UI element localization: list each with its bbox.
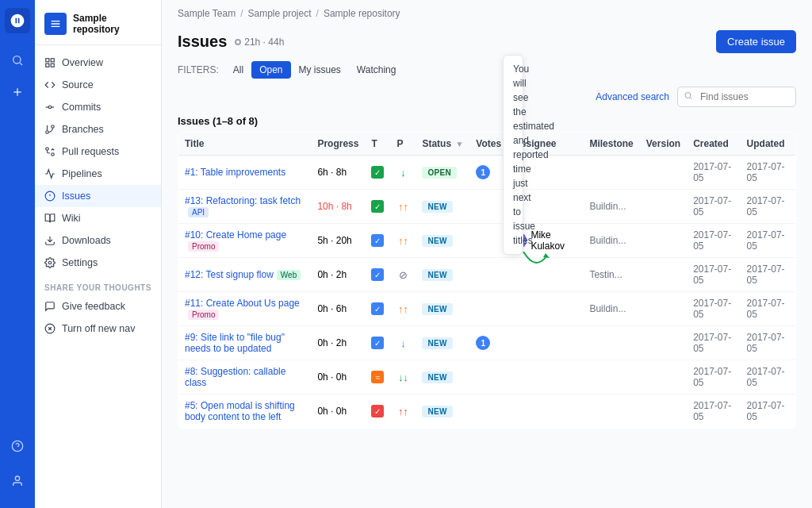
table-row: #5: Open modal is shifting body content … (178, 394, 796, 429)
sidebar-item-branches[interactable]: Branches (35, 118, 161, 140)
sidebar-item-wiki[interactable]: Wiki (35, 207, 161, 229)
turn-off-nav-label: Turn off new nav (62, 323, 135, 334)
assignee-name: Mike Kulakov (530, 229, 576, 252)
issue-link[interactable]: #10: Create Home page (185, 229, 286, 241)
issue-link[interactable]: #5: Open modal is shifting body content … (185, 400, 295, 422)
issue-title-cell: #13: Refactoring: task fetchAPI (178, 190, 312, 224)
issue-updated: 2017-07-05 (741, 326, 796, 360)
t-icon: ✓ (371, 405, 384, 418)
time-badge: 21h · 44h (235, 37, 284, 48)
issue-created: 2017-07-05 (687, 394, 740, 429)
search-nav-icon[interactable] (3, 46, 32, 75)
issue-progress: 6h · 8h (311, 156, 365, 190)
issue-link[interactable]: #12: Test signup flow (185, 269, 274, 280)
source-icon (44, 79, 56, 90)
issue-version (640, 292, 687, 326)
issue-t: ✓ (365, 394, 390, 429)
p-icon: ↓↓ (396, 371, 409, 383)
t-icon: ✓ (371, 268, 384, 281)
content-header: Issues 21h · 44h Create issue (162, 27, 812, 53)
status-badge: NEW (422, 303, 452, 315)
breadcrumb-repo[interactable]: Sample repository (324, 8, 400, 19)
p-icon: ↑↑ (396, 405, 409, 418)
issue-created: 2017-07-05 (687, 190, 740, 224)
issue-link[interactable]: #1: Table improvements (185, 167, 285, 178)
svg-point-28 (685, 93, 691, 98)
sidebar-item-issues-label: Issues (62, 190, 90, 202)
sidebar-item-turn-off-nav[interactable]: Turn off new nav (35, 318, 161, 340)
sidebar-item-pull-requests-label: Pull requests (62, 146, 119, 157)
page-title: Issues (178, 33, 227, 51)
issue-link[interactable]: #8: Suggestion: callable class (185, 366, 285, 388)
repo-icon (44, 13, 67, 35)
sidebar-item-source[interactable]: Source (35, 74, 161, 96)
sidebar-item-commits[interactable]: Commits (35, 96, 161, 118)
issue-created: 2017-07-05 (687, 224, 740, 258)
filter-tab-my-issues[interactable]: My issues (291, 61, 349, 79)
filter-tab-all[interactable]: All (225, 61, 251, 79)
issue-t: ✓ (365, 156, 390, 190)
sidebar-item-give-feedback[interactable]: Give feedback (35, 295, 161, 318)
sidebar-item-settings-label: Settings (62, 257, 98, 268)
app-logo[interactable] (5, 8, 30, 33)
search-wrapper (677, 87, 796, 107)
sidebar-item-issues[interactable]: Issues (35, 185, 161, 207)
breadcrumb-team[interactable]: Sample Team (178, 8, 236, 19)
tooltip-arrow (519, 252, 551, 271)
filter-tab-watching[interactable]: Watching (349, 61, 404, 79)
issue-link[interactable]: #13: Refactoring: task fetch (185, 195, 301, 206)
sidebar-item-downloads[interactable]: Downloads (35, 229, 161, 252)
col-version: Version (640, 133, 687, 156)
issue-milestone (583, 326, 639, 360)
issue-progress: 10h · 8h (311, 190, 365, 224)
issue-updated: 2017-07-05 (741, 190, 796, 224)
status-badge: NEW (422, 201, 452, 213)
issue-link[interactable]: #11: Create About Us page (185, 298, 300, 309)
issue-version (640, 190, 687, 224)
svg-point-18 (46, 148, 49, 151)
issue-version (640, 156, 687, 190)
issues-section: Issues (1–8 of 8) Title Progress T P Sta… (162, 107, 812, 508)
tooltip-bubble: You will see the estimated and reported … (503, 55, 523, 255)
p-icon: ↓ (396, 337, 409, 349)
issue-t: ✓ (365, 258, 390, 292)
issue-title-cell: #5: Open modal is shifting body content … (178, 394, 312, 429)
sidebar-item-pipelines[interactable]: Pipelines (35, 163, 161, 185)
issues-count: Issues (1–8 of 8) (178, 115, 796, 127)
help-icon[interactable] (3, 432, 32, 460)
issue-link[interactable]: #9: Site link to "file bug" needs to be … (185, 332, 285, 354)
issue-t: ≈ (365, 360, 390, 394)
col-title: Title (178, 133, 312, 156)
svg-rect-8 (51, 59, 54, 62)
issue-p: ↑↑ (390, 224, 416, 258)
status-badge: NEW (422, 235, 452, 247)
advanced-search-link[interactable]: Advanced search (596, 91, 669, 102)
issue-updated: 2017-07-05 (741, 394, 796, 429)
issue-tag: Promo (188, 310, 219, 320)
status-badge: NEW (422, 371, 452, 383)
t-icon: ✓ (371, 234, 384, 247)
sidebar-item-commits-label: Commits (62, 102, 101, 113)
add-nav-icon[interactable] (3, 78, 32, 106)
issue-status: NEW (416, 360, 469, 394)
sidebar-item-wiki-label: Wiki (62, 213, 81, 224)
filter-tab-open[interactable]: Open (251, 61, 290, 79)
sidebar-item-pull-requests[interactable]: Pull requests (35, 140, 161, 163)
create-issue-button[interactable]: Create issue (716, 30, 796, 53)
issue-title-cell: #1: Table improvements (178, 156, 312, 190)
breadcrumb-project[interactable]: Sample project (248, 8, 312, 19)
time-value: 21h · 44h (244, 37, 284, 48)
col-status[interactable]: Status ▼ (416, 133, 469, 156)
feedback-icon (44, 301, 56, 312)
user-icon[interactable] (3, 467, 32, 495)
issue-assignee (508, 326, 583, 360)
sidebar-item-settings[interactable]: Settings (35, 252, 161, 274)
search-input[interactable] (677, 87, 796, 107)
sidebar-item-overview-label: Overview (62, 57, 103, 68)
issue-p: ↓↓ (390, 360, 416, 394)
repo-header: Sample repository (35, 6, 161, 45)
issue-status: NEW (416, 258, 469, 292)
search-area: Advanced search (162, 79, 812, 107)
issue-created: 2017-07-05 (687, 360, 740, 394)
sidebar-item-overview[interactable]: Overview (35, 52, 161, 74)
